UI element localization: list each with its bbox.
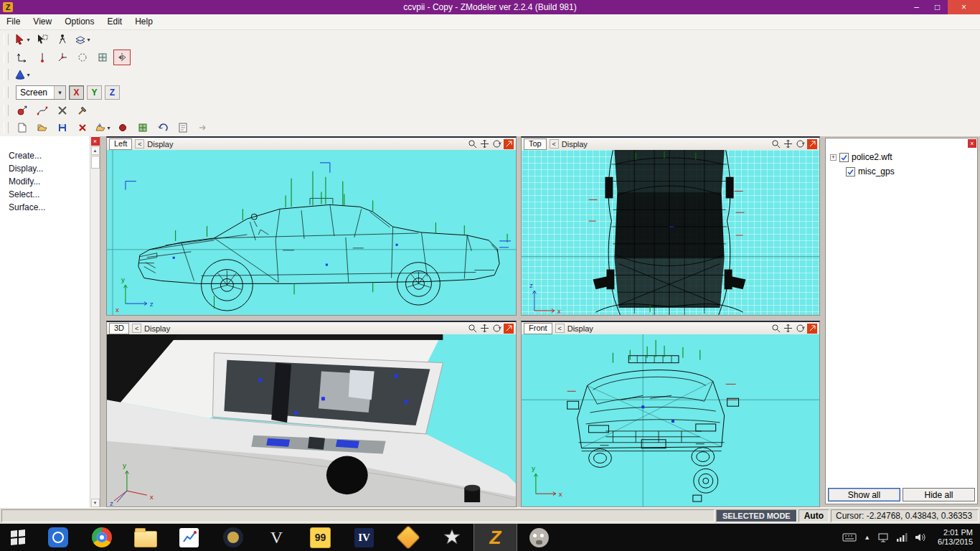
axis-x-toggle[interactable]: X	[69, 85, 84, 100]
pan-icon[interactable]	[783, 324, 793, 334]
taskbar-app-v[interactable]: V	[255, 524, 298, 551]
viewport-label[interactable]: Top	[524, 138, 547, 150]
panel-link-surface[interactable]: Surface...	[0, 201, 100, 214]
zoom-icon[interactable]	[771, 324, 781, 334]
coordinate-space-select[interactable]: Screen ▾	[16, 85, 66, 100]
menu-item-edit[interactable]: Edit	[101, 14, 129, 29]
panel-close-icon[interactable]: ×	[91, 137, 100, 146]
pick-hammer-tool-button[interactable]	[73, 103, 92, 118]
taskbar-app-gimp[interactable]	[517, 524, 561, 551]
tree-node-misc-gps[interactable]: misc_gps	[858, 166, 895, 176]
viewport-left-canvas[interactable]: y z x	[107, 150, 516, 315]
viewport-front[interactable]: Front < Display	[521, 321, 820, 507]
viewport-maximize-icon[interactable]	[504, 324, 514, 334]
visibility-checkbox[interactable]	[846, 167, 855, 176]
log-button[interactable]	[174, 120, 192, 136]
undo-button[interactable]	[154, 120, 172, 136]
pan-icon[interactable]	[783, 139, 793, 149]
taskbar-app-chrome[interactable]	[80, 524, 123, 551]
save-file-button[interactable]	[53, 120, 72, 136]
taskbar-app-openiv[interactable]	[386, 524, 430, 551]
select-area-tool-button[interactable]	[33, 32, 52, 47]
minimize-button[interactable]: –	[906, 0, 927, 14]
select-tool-button[interactable]: ▾	[13, 32, 32, 47]
toolbar-grip[interactable]	[4, 69, 9, 80]
viewport-top-canvas[interactable]: z x	[522, 150, 819, 315]
open-file-button[interactable]	[33, 120, 52, 136]
axis-y-toggle[interactable]: Y	[87, 85, 102, 100]
hide-all-button[interactable]: Hide all	[903, 488, 975, 501]
touch-keyboard-icon[interactable]	[842, 532, 857, 542]
redo-disabled-button[interactable]	[194, 120, 212, 136]
pan-icon[interactable]	[479, 139, 489, 149]
start-button[interactable]	[0, 524, 36, 551]
menu-item-help[interactable]: Help	[128, 14, 159, 29]
toolbar-grip[interactable]	[4, 87, 9, 98]
viewport-back-button[interactable]: <	[550, 139, 559, 149]
taskbar-app-zmodeler[interactable]: Z	[473, 524, 517, 551]
taskbar-app-iv[interactable]: IV	[342, 524, 386, 551]
layers-tool-button[interactable]: ▾	[73, 32, 92, 47]
axes-tool-button[interactable]	[13, 50, 32, 65]
taskbar-app-media-player[interactable]	[36, 524, 80, 551]
viewport-left[interactable]: Left < Display	[106, 136, 517, 316]
taskbar-clock[interactable]: 2:01 PM 6/13/2015	[933, 528, 973, 547]
import-button[interactable]: ▾	[93, 120, 112, 136]
menu-item-file[interactable]: File	[0, 14, 27, 29]
cross-tool-button[interactable]	[53, 103, 72, 118]
viewport-3d[interactable]: 3D < Display	[106, 321, 517, 507]
toolbar-grip[interactable]	[4, 34, 9, 45]
viewport-label[interactable]: Front	[524, 323, 552, 334]
viewport-display-menu[interactable]: Display	[567, 324, 593, 333]
taskbar-app-police-badge[interactable]	[211, 524, 255, 551]
viewport-back-button[interactable]: <	[555, 324, 565, 333]
taskbar-app-99[interactable]: 99	[298, 524, 342, 551]
viewport-display-menu[interactable]: Display	[144, 324, 170, 333]
panel-link-display[interactable]: Display...	[0, 162, 100, 175]
volume-icon[interactable]	[915, 532, 926, 542]
scroll-down-icon[interactable]: ▼	[91, 499, 100, 507]
close-button[interactable]: ×	[948, 0, 980, 14]
tree-node-police2[interactable]: police2.wft	[852, 152, 892, 162]
viewport-display-menu[interactable]: Display	[147, 140, 173, 149]
zoom-icon[interactable]	[467, 324, 477, 334]
panel-close-icon[interactable]: ×	[968, 139, 976, 148]
menu-item-view[interactable]: View	[27, 14, 58, 29]
taskbar-app-file-explorer[interactable]	[123, 524, 167, 551]
action-center-icon[interactable]	[877, 532, 889, 542]
show-all-button[interactable]: Show all	[828, 488, 900, 501]
mirror-tool-button[interactable]	[113, 50, 131, 65]
viewport-maximize-icon[interactable]	[504, 139, 514, 149]
orbit-icon[interactable]	[491, 324, 501, 334]
panel-link-select[interactable]: Select...	[0, 188, 100, 201]
material-grid-button[interactable]	[133, 120, 152, 136]
toolbar-grip[interactable]	[4, 122, 9, 133]
axis-z-toggle[interactable]: Z	[105, 85, 120, 100]
scroll-up-icon[interactable]: ▲	[91, 146, 100, 155]
pan-icon[interactable]	[479, 324, 489, 334]
commands-panel-scrollbar[interactable]: × ▲ ▼	[90, 136, 100, 507]
visibility-checkbox[interactable]	[839, 153, 849, 162]
plumb-tool-button[interactable]	[33, 50, 52, 65]
viewport-label[interactable]: Left	[109, 138, 132, 150]
taskbar-app-chart[interactable]	[167, 524, 211, 551]
panel-link-create[interactable]: Create...	[0, 149, 100, 162]
new-file-button[interactable]	[13, 120, 32, 136]
network-icon[interactable]	[896, 532, 908, 542]
viewport-maximize-icon[interactable]	[807, 324, 817, 334]
viewport-3d-canvas[interactable]: y x z	[107, 334, 516, 507]
uv-grid-tool-button[interactable]	[93, 50, 112, 65]
taskbar-app-star-badge[interactable]	[430, 524, 473, 551]
expand-icon[interactable]: +	[830, 154, 837, 161]
viewport-display-menu[interactable]: Display	[562, 140, 588, 149]
viewport-label[interactable]: 3D	[109, 323, 129, 334]
orbit-icon[interactable]	[795, 139, 805, 149]
orbit-icon[interactable]	[491, 139, 501, 149]
orbit-icon[interactable]	[795, 324, 805, 334]
viewport-maximize-icon[interactable]	[807, 139, 817, 149]
viewport-back-button[interactable]: <	[132, 324, 141, 333]
sphere-paint-tool-button[interactable]	[13, 103, 32, 118]
cone-primitive-button[interactable]: ▾	[13, 67, 32, 83]
tree-row[interactable]: + police2.wft	[830, 150, 974, 164]
curve-tool-button[interactable]	[33, 103, 52, 118]
